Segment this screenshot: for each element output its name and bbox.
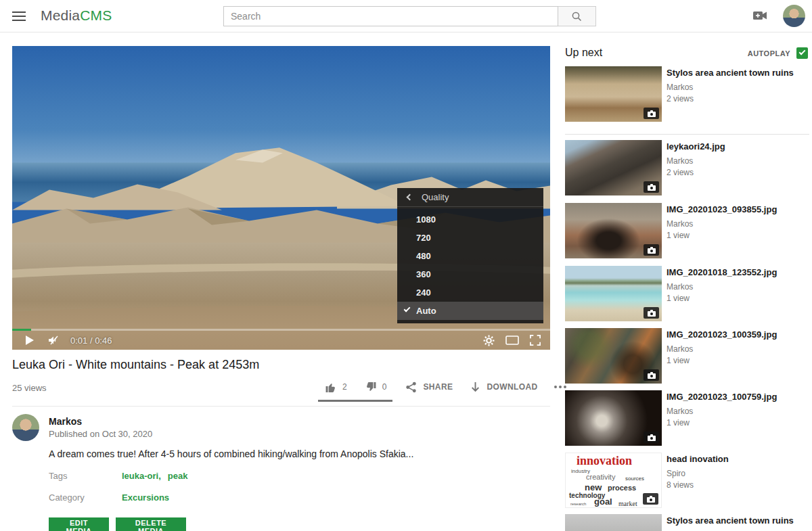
gear-icon (483, 335, 495, 346)
tag-link-leuka-ori[interactable]: leuka-ori, (122, 471, 161, 481)
list-item[interactable]: Stylos area ancient town ruins Markos 2 … (565, 66, 809, 122)
wordcloud-word: creativity (586, 473, 615, 481)
video-thumbnail[interactable] (565, 328, 662, 384)
logo-cms: CMS (80, 7, 112, 23)
wordcloud-word: innovation (577, 454, 632, 468)
author-avatar[interactable] (12, 414, 39, 441)
list-item[interactable]: innovation industry creativity new proce… (565, 453, 809, 508)
dislike-count: 0 (382, 382, 387, 392)
list-item[interactable]: IMG_20201023_100759.jpg Markos 1 view (565, 390, 809, 446)
quality-option-480[interactable]: 480 (397, 247, 543, 265)
time-display: 0:01 / 0:46 (70, 336, 112, 346)
quality-option-auto[interactable]: Auto (397, 302, 543, 320)
video-thumbnail-wordcloud[interactable]: innovation industry creativity new proce… (565, 453, 662, 508)
category-link[interactable]: Excursions (122, 492, 169, 503)
tag-link-peak[interactable]: peak (168, 471, 188, 481)
download-button[interactable]: DOWNLOAD (470, 382, 537, 393)
player-controls: 0:01 / 0:46 (12, 331, 550, 350)
mute-button[interactable] (47, 335, 60, 346)
up-next-sidebar: Up next AUTOPLAY Stylos area ancient tow… (565, 42, 809, 531)
view-count: 25 views (12, 383, 47, 393)
video-title[interactable]: IMG_20201023_100359.jpg (667, 329, 807, 340)
list-item[interactable]: IMG_20201023_100359.jpg Markos 1 view (565, 328, 809, 384)
top-bar: MediaCMS (0, 0, 812, 32)
upload-media-button[interactable] (752, 9, 769, 22)
video-author: Markos (667, 83, 807, 92)
quality-option-360[interactable]: 360 (397, 265, 543, 283)
video-title[interactable]: IMG_20201018_123552.jpg (667, 267, 807, 278)
video-views: 1 view (667, 356, 807, 365)
video-author: Markos (667, 156, 807, 166)
quality-menu-back[interactable]: Quality (397, 188, 543, 207)
quality-option-720[interactable]: 720 (397, 229, 543, 247)
play-icon (26, 336, 34, 345)
video-title[interactable]: head inovation (667, 454, 807, 465)
share-button[interactable]: SHARE (405, 382, 453, 393)
video-author: Markos (667, 219, 807, 229)
share-icon (405, 382, 417, 393)
logo-media: Media (41, 7, 80, 23)
video-thumbnail[interactable] (565, 140, 662, 195)
settings-button[interactable] (483, 335, 495, 346)
quality-menu: Quality 1080 720 480 360 240 Auto (397, 188, 543, 323)
thumbs-down-icon (365, 382, 377, 393)
page-title: Leuka Ori - White mountains - Peak at 24… (12, 358, 259, 372)
theater-mode-button[interactable] (505, 336, 519, 345)
video-views: 1 view (667, 294, 807, 303)
video-thumbnail[interactable] (565, 514, 662, 531)
delete-media-button[interactable]: DELETE MEDIA (116, 517, 186, 531)
app-logo[interactable]: MediaCMS (41, 7, 112, 24)
video-title[interactable]: leykaori24.jpg (667, 141, 807, 152)
wordcloud-word: process (608, 484, 636, 492)
video-author: Markos (667, 407, 807, 416)
list-item[interactable]: IMG_20201018_123552.jpg Markos 1 view (565, 266, 809, 321)
autoplay-label: AUTOPLAY (748, 49, 790, 57)
video-thumbnail[interactable] (565, 203, 662, 258)
list-item[interactable]: IMG_20201023_093855.jpg Markos 1 view (565, 203, 809, 258)
video-thumbnail[interactable] (565, 66, 662, 122)
wordcloud-word: goal (594, 497, 612, 507)
user-avatar[interactable] (783, 5, 805, 27)
fullscreen-icon (530, 335, 541, 346)
video-title[interactable]: IMG_20201023_100759.jpg (667, 392, 807, 402)
menu-icon[interactable] (12, 11, 26, 21)
wordcloud-word: market (618, 500, 637, 507)
action-bar: 2 0 SHARE DOWNLOAD (318, 377, 551, 396)
video-title[interactable]: IMG_20201023_093855.jpg (667, 204, 807, 215)
video-views: 8 views (667, 480, 807, 490)
quality-option-1080[interactable]: 1080 (397, 210, 543, 229)
quality-option-240[interactable]: 240 (397, 283, 543, 302)
search-icon (571, 11, 583, 22)
video-thumbnail[interactable] (565, 390, 662, 446)
share-label: SHARE (423, 382, 453, 392)
edit-media-button[interactable]: EDIT MEDIA (49, 517, 109, 531)
author-name[interactable]: Markos (49, 416, 82, 427)
more-options-button[interactable] (554, 386, 566, 388)
tags-list: leuka-ori, peak (122, 471, 187, 481)
video-title[interactable]: Stylos area ancient town ruins (667, 68, 807, 78)
quality-menu-title: Quality (422, 192, 449, 202)
list-item[interactable]: leykaori24.jpg Markos 2 views (565, 140, 809, 195)
thumbs-up-icon (325, 382, 337, 393)
camera-icon (644, 244, 659, 256)
video-thumbnail[interactable] (565, 266, 662, 321)
video-description: A dream comes true! After 4-5 hours of c… (49, 448, 468, 459)
video-camera-plus-icon (752, 9, 769, 22)
like-active-indicator (318, 400, 392, 402)
autoplay-checkbox[interactable] (796, 47, 808, 59)
tags-label: Tags (49, 471, 67, 481)
video-views: 2 views (667, 94, 807, 103)
video-views: 2 views (667, 168, 807, 177)
dislike-button[interactable]: 0 (365, 382, 387, 393)
list-item[interactable]: Stylos area ancient town ruins (565, 514, 809, 531)
video-title[interactable]: Stylos area ancient town ruins (667, 515, 807, 526)
search-input[interactable] (223, 6, 558, 26)
check-icon (799, 49, 806, 55)
play-button[interactable] (26, 336, 34, 345)
search-button[interactable] (558, 6, 596, 26)
fullscreen-button[interactable] (530, 335, 541, 346)
like-count: 2 (342, 382, 347, 392)
video-player[interactable]: Quality 1080 720 480 360 240 Auto (12, 46, 550, 350)
video-author: Markos (667, 344, 807, 354)
like-button[interactable]: 2 (325, 382, 347, 393)
